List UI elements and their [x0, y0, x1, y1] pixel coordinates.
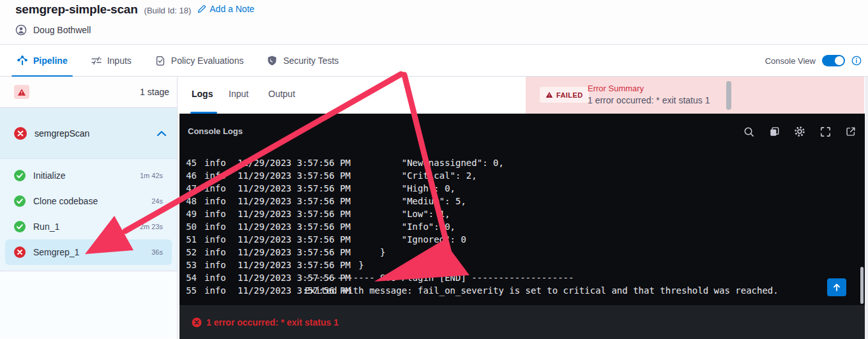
log-level: info — [204, 259, 226, 271]
add-note-button[interactable]: Add a Note — [197, 4, 254, 14]
error-summary-panel: FAILED Error Summary 1 error occurred: *… — [526, 77, 864, 114]
stage-warning-icon — [14, 85, 29, 99]
tab-logs[interactable]: Logs — [192, 89, 213, 99]
console-scrollbar[interactable] — [860, 267, 864, 304]
log-message: "Critical": 2, — [305, 169, 477, 182]
main-tabbar: Pipeline Inputs Policy Evaluations Secur… — [0, 45, 868, 77]
error-summary-text: 1 error occurred: * exit status 1 — [588, 95, 710, 105]
log-tabbar: Logs Input Output — [178, 77, 526, 114]
scroll-to-top-button[interactable] — [827, 278, 846, 296]
page-scrollbar[interactable] — [865, 77, 868, 339]
step-name: Clone codebase — [33, 196, 98, 206]
check-circle-icon — [14, 195, 26, 207]
step-row-run-1[interactable]: Run_12m 23s — [5, 214, 172, 239]
pipeline-icon — [17, 55, 28, 66]
step-list: Initialize1m 42sClone codebase24sRun_12m… — [0, 159, 177, 271]
log-level: info — [204, 207, 226, 220]
tab-security-tests-label: Security Tests — [283, 56, 339, 66]
console-view-toggle[interactable] — [822, 55, 845, 66]
toggle-knob — [835, 56, 844, 65]
log-line-48: 48info11/29/2023 3:57:56 PM "Medium": 5, — [179, 195, 865, 207]
log-line-51: 51info11/29/2023 3:57:56 PM "Ignored": 0 — [179, 233, 865, 246]
execution-main-panel: Logs Input Output FAILED Error Summary 1… — [178, 77, 868, 339]
failed-badge-label: FAILED — [556, 91, 583, 99]
error-panel-scrollbar[interactable] — [726, 81, 731, 110]
log-level: info — [204, 284, 226, 297]
step-duration: 24s — [151, 197, 163, 205]
log-line-45: 45info11/29/2023 3:57:56 PM "NewUnassign… — [179, 156, 865, 169]
tab-pipeline-label: Pipeline — [33, 56, 68, 66]
log-line-53: 53info11/29/2023 3:57:56 PM } — [179, 259, 865, 271]
tab-policy-evaluations-label: Policy Evaluations — [171, 56, 244, 66]
log-line-number: 46 — [179, 169, 197, 182]
log-line-number: 52 — [179, 246, 197, 259]
log-message: "High": 0, — [305, 182, 455, 195]
console-title: Console Logs — [188, 126, 243, 136]
log-level: info — [204, 246, 226, 259]
log-level: info — [204, 195, 226, 207]
failed-badge: FAILED — [540, 87, 589, 103]
tab-output[interactable]: Output — [268, 89, 295, 99]
log-line-number: 48 — [179, 195, 197, 207]
settings-gear-icon[interactable] — [793, 125, 806, 138]
log-line-number: 54 — [179, 271, 197, 284]
stage-count-row: 1 stage — [0, 77, 177, 108]
fullscreen-icon[interactable] — [819, 125, 832, 138]
console-view-label: Console View — [765, 56, 816, 66]
log-line-number: 45 — [179, 156, 197, 169]
copy-icon[interactable] — [768, 125, 780, 138]
sidebar-empty-area — [0, 271, 177, 338]
log-level: info — [204, 169, 226, 182]
footer-error-icon — [192, 317, 202, 328]
step-row-semgrep-1[interactable]: Semgrep_136s — [5, 239, 172, 265]
stage-name: semgrepScan — [34, 128, 89, 139]
log-message: ------------- STO Plugin [END] ---------… — [305, 271, 574, 284]
tab-security-tests[interactable]: Security Tests — [264, 45, 341, 77]
log-level: info — [204, 271, 226, 284]
check-circle-icon — [14, 170, 26, 181]
info-icon[interactable] — [851, 56, 862, 66]
user-name: Doug Bothwell — [33, 25, 91, 35]
console-toolbar — [742, 125, 857, 138]
error-circle-icon — [14, 127, 27, 140]
log-message: Exited with message: fail_on_severity is… — [305, 284, 779, 297]
log-level: info — [204, 220, 226, 233]
log-line-46: 46info11/29/2023 3:57:56 PM "Critical": … — [179, 169, 865, 182]
log-message: "Info": 0, — [305, 220, 455, 233]
tab-inputs[interactable]: Inputs — [88, 45, 134, 77]
log-line-47: 47info11/29/2023 3:57:56 PM "High": 0, — [179, 182, 865, 195]
log-level: info — [204, 182, 226, 195]
build-header: semgrep-simple-scan (Build Id: 18) Add a… — [0, 0, 868, 45]
log-message: } — [305, 246, 385, 259]
log-message: "Low": 1, — [305, 207, 450, 220]
log-line-number: 49 — [179, 207, 197, 220]
log-level: info — [204, 156, 226, 169]
log-line-number: 53 — [179, 259, 197, 271]
security-shield-icon — [266, 55, 278, 66]
log-line-52: 52info11/29/2023 3:57:56 PM } — [179, 246, 865, 259]
tab-pipeline[interactable]: Pipeline — [14, 45, 70, 77]
step-row-clone-codebase[interactable]: Clone codebase24s — [5, 188, 172, 214]
log-line-number: 55 — [179, 284, 197, 297]
tab-policy-evaluations[interactable]: Policy Evaluations — [152, 45, 247, 77]
log-line-number: 47 — [179, 182, 197, 195]
step-name: Semgrep_1 — [33, 247, 79, 257]
search-icon[interactable] — [742, 125, 755, 138]
pipeline-execution-page: semgrep-simple-scan (Build Id: 18) Add a… — [0, 0, 868, 339]
tab-input[interactable]: Input — [229, 89, 248, 99]
inputs-icon — [91, 55, 102, 66]
step-row-initialize[interactable]: Initialize1m 42s — [5, 163, 172, 188]
stage-count: 1 stage — [140, 87, 169, 97]
build-title-row: semgrep-simple-scan (Build Id: 18) Add a… — [15, 3, 254, 17]
stage-row-semgrepscan[interactable]: semgrepScan — [0, 108, 177, 159]
policy-check-icon — [155, 55, 166, 66]
page-title: semgrep-simple-scan — [15, 3, 138, 17]
pencil-icon — [197, 4, 206, 13]
step-name: Run_1 — [33, 222, 59, 232]
chevron-up-icon[interactable] — [156, 130, 167, 137]
open-in-new-icon[interactable] — [844, 125, 857, 138]
log-line-49: 49info11/29/2023 3:57:56 PM "Low": 1, — [179, 207, 865, 220]
log-message: "Ignored": 0 — [305, 233, 466, 246]
log-line-50: 50info11/29/2023 3:57:56 PM "Info": 0, — [179, 220, 865, 233]
log-message: "NewUnassigned": 0, — [305, 156, 504, 169]
